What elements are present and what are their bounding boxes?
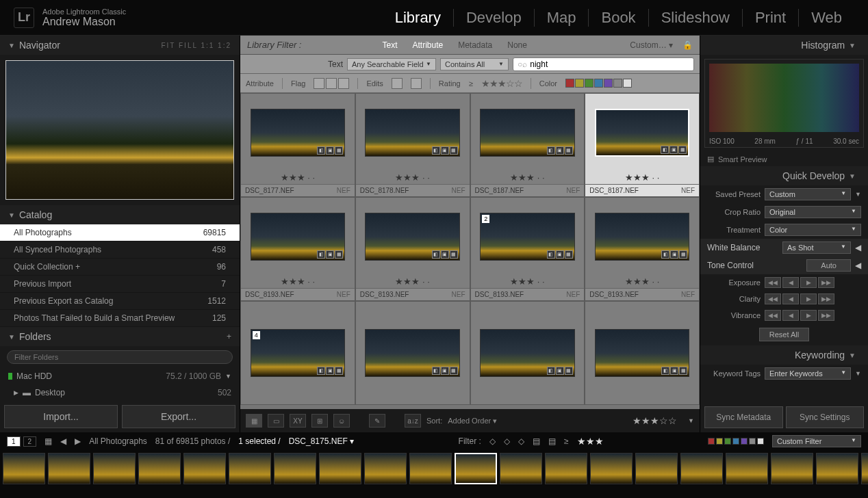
stepper-down[interactable]: ◀ [782,277,799,288]
stepper-down[interactable]: ◀ [782,293,799,304]
navigator-header[interactable]: ▼ Navigator FIT FILL 1:1 1:2 [0,36,240,55]
flag-filter-icon[interactable]: ◇ [504,436,510,446]
grid-cell[interactable]: ◧▣▦★★★ · ·DSC_8193.NEFNEF [355,197,470,301]
stepper-big-down[interactable]: ◀◀ [765,277,781,288]
filmstrip-filter-preset[interactable]: Custom Filter▼ [772,435,861,447]
color-label-filter[interactable] [741,438,748,445]
badge-icon[interactable]: ▣ [326,250,334,259]
color-label-filter[interactable] [623,79,632,88]
stepper-up[interactable]: ▶ [800,310,817,321]
badge-icon[interactable]: ▦ [679,367,687,375]
filmstrip-thumb[interactable] [590,453,633,484]
grid-cell[interactable]: 4◧▣▦ [240,301,355,405]
badge-icon[interactable]: ▣ [326,367,334,375]
badge-icon[interactable]: ▣ [441,250,449,259]
filmstrip-thumb[interactable] [816,453,858,484]
wb-dropdown[interactable]: As Shot▼ [782,241,851,254]
filmstrip-thumb[interactable] [771,453,813,484]
stepper-big-down[interactable]: ◀◀ [765,310,781,321]
module-map[interactable]: Map [535,9,589,27]
edits-unedited-icon[interactable] [411,78,422,89]
flag-rejected-icon[interactable] [338,78,349,89]
stepper-down[interactable]: ◀ [782,310,799,321]
filmstrip-thumb[interactable] [680,453,723,484]
histogram-display[interactable]: ISO 100 28 mm ƒ / 11 30.0 sec [704,59,864,148]
catalog-header[interactable]: ▼ Catalog [0,205,240,224]
stepper-big-up[interactable]: ▶▶ [818,310,834,321]
badge-icon[interactable]: ◧ [547,250,555,259]
grid-cell[interactable]: ◧▣▦ [470,301,585,405]
badge-icon[interactable]: ▦ [678,146,687,154]
screen-1-button[interactable]: 1 [7,436,21,447]
grid-cell[interactable]: 2◧▣▦★★★ · ·DSC_8193.NEFNEF [470,197,585,301]
sort-dropdown[interactable]: Added Order ▾ [448,417,497,425]
color-label-filter[interactable] [749,438,756,445]
search-rule-dropdown[interactable]: Contains All▼ [440,58,509,70]
keywording-header[interactable]: Keywording ▼ [700,345,868,365]
sort-direction-icon[interactable]: a↓z [405,414,421,428]
folders-filter-input[interactable] [7,350,233,364]
badge-icon[interactable]: ◧ [317,146,325,155]
badge-icon[interactable]: ▦ [450,146,458,155]
export-button[interactable]: Export... [122,405,235,428]
color-label-filter[interactable] [732,438,739,445]
filmstrip-rating-filter[interactable]: ★★★ [577,436,604,447]
edits-edited-icon[interactable] [392,78,403,89]
badge-icon[interactable]: ▦ [335,250,343,259]
grid-cell[interactable]: ◧▣▦★★★ · ·DSC_8193.NEFNEF [585,197,700,301]
search-field-dropdown[interactable]: Any Searchable Field▼ [347,58,436,70]
catalog-item[interactable]: All Synced Photographs458 [0,241,240,259]
folder-item[interactable]: ▶ ▬ Desktop 502 [0,384,240,401]
badge-icon[interactable]: ▦ [565,367,573,375]
color-label-filter[interactable] [716,438,723,445]
filename-dropdown[interactable]: DSC_8175.NEF ▾ [289,436,354,446]
catalog-item[interactable]: Quick Collection +96 [0,259,240,276]
badge-icon[interactable]: ▣ [670,250,678,259]
badge-icon[interactable]: ◧ [547,367,555,375]
module-slideshow[interactable]: Slideshow [649,9,743,27]
rating-display[interactable]: ★★★ · · [356,275,470,288]
stepper-big-up[interactable]: ▶▶ [818,277,834,288]
color-label-filter[interactable] [613,79,622,88]
sync-settings-button[interactable]: Sync Settings [786,406,865,428]
filter-tab-text[interactable]: Text [379,39,400,51]
color-label-filter[interactable] [594,79,603,88]
chevron-down-icon[interactable]: ▼ [688,417,694,424]
filmstrip-thumb[interactable] [138,453,181,484]
badge-icon[interactable]: ▣ [670,367,678,375]
badge-icon[interactable]: ▣ [441,367,449,375]
nav-back-icon[interactable]: ◀ [60,436,66,446]
quick-develop-header[interactable]: Quick Develop ▼ [700,166,868,185]
badge-icon[interactable]: ◧ [661,250,669,259]
navigator-preview[interactable] [5,60,234,200]
stepper-up[interactable]: ▶ [800,277,817,288]
badge-icon[interactable]: ◧ [432,250,440,259]
badge-icon[interactable]: ▦ [565,250,573,259]
grid-cell[interactable]: ◧▣▦★★★ · ·DSC_8193.NEFNEF [240,197,355,301]
filmstrip-thumb[interactable] [861,453,868,484]
add-folder-icon[interactable]: + [227,332,231,341]
catalog-item[interactable]: Photos That Failed to Build a Smart Prev… [0,310,240,327]
import-button[interactable]: Import... [4,405,118,428]
stepper-big-down[interactable]: ◀◀ [765,293,781,304]
stepper-up[interactable]: ▶ [800,293,817,304]
folders-header[interactable]: ▼ Folders + [0,327,240,346]
filmstrip-thumb[interactable] [93,453,136,484]
filmstrip-thumb[interactable] [455,453,497,484]
badge-icon[interactable]: ▣ [326,146,334,155]
catalog-item[interactable]: Previous Import7 [0,276,240,293]
compare-view-icon[interactable]: XY [290,414,306,428]
badge-icon[interactable]: ▦ [335,146,343,155]
grid-cell[interactable]: ◧▣▦★★★ · ·DSC_8177.NEFNEF [240,93,355,197]
module-web[interactable]: Web [799,9,854,27]
rating-display[interactable]: ★★★ · · [585,275,699,288]
badge-icon[interactable]: ▣ [441,146,449,155]
grid-cell[interactable]: ◧▣▦ [585,301,700,405]
badge-icon[interactable]: ▦ [335,367,343,375]
rating-filter-stars[interactable]: ★★★☆☆ [481,78,522,89]
grid-mode-icon[interactable]: ▦ [44,436,52,446]
badge-icon[interactable]: ▦ [450,250,458,259]
flag-picked-icon[interactable] [314,78,324,89]
badge-icon[interactable]: ◧ [661,146,669,154]
loupe-view-icon[interactable]: ▭ [268,414,284,428]
